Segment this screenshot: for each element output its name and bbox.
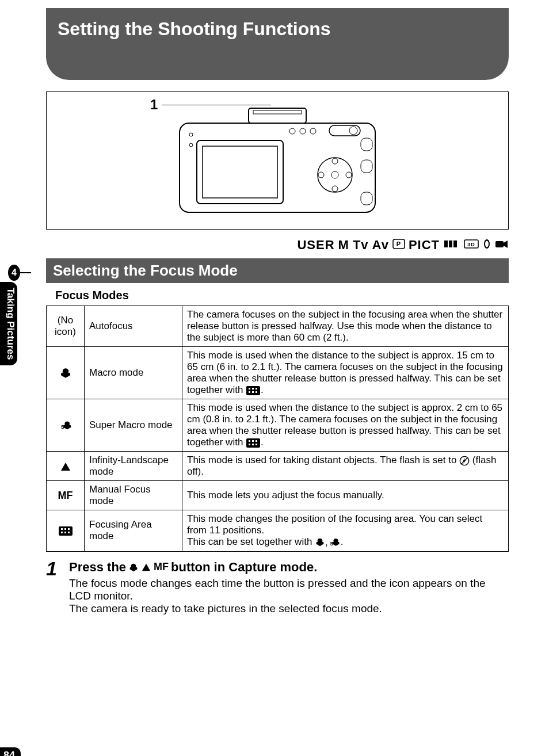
svg-rect-44 [252, 444, 254, 445]
chapter-line [20, 272, 31, 273]
mode-description: The camera focuses on the subject in the… [182, 306, 509, 347]
svg-rect-32 [249, 388, 250, 390]
flash-off-icon [459, 456, 470, 466]
applicable-modes-row: USER M Tv Av P PICT 3D [46, 234, 509, 258]
svg-rect-43 [249, 444, 250, 445]
table-row: Macro modeThis mode is used when the dis… [47, 347, 509, 399]
focusing-area-icon [47, 510, 85, 552]
mode-name: Focusing Area mode [85, 510, 182, 552]
page-title-bar: Setting the Shooting Functions [46, 8, 509, 80]
camera-diagram: 1 [46, 91, 509, 230]
svg-rect-52 [61, 532, 63, 533]
mode-name: Autofocus [85, 306, 182, 347]
mode-name: Macro mode [85, 347, 182, 399]
page-title: Setting the Shooting Functions [58, 18, 331, 39]
mode-name: Manual Focus mode [85, 481, 182, 510]
mode-description: This mode is used when the distance to t… [182, 399, 509, 452]
svg-rect-42 [256, 440, 257, 442]
mode-pict-label: PICT [409, 238, 440, 253]
svg-rect-37 [256, 391, 257, 393]
table-row: Infinity-Landscape modeThis mode is used… [47, 452, 509, 481]
diagram-leader-line [162, 105, 271, 105]
step-title-pre: Press the [69, 560, 126, 575]
table-row: Focusing Area modeThis mode changes the … [47, 510, 509, 552]
mode-p-icon: P [392, 238, 405, 253]
svg-rect-23 [444, 240, 448, 247]
focusing-area-icon [246, 438, 261, 448]
instruction-step: 1 Press the MF button in Capture mode. T… [46, 558, 509, 615]
svg-rect-35 [249, 391, 250, 393]
table-row: (No icon)AutofocusThe camera focuses on … [47, 306, 509, 347]
mode-description: This mode is used when the distance to t… [182, 347, 509, 399]
infinity-icon [141, 563, 151, 572]
mode-description: This mode lets you adjust the focus manu… [182, 481, 509, 510]
svg-rect-50 [64, 528, 66, 530]
page-number: 84 [0, 747, 21, 756]
svg-rect-40 [249, 440, 250, 442]
focus-modes-table: (No icon)AutofocusThe camera focuses on … [46, 306, 509, 552]
step-title-post: button in Capture mode. [171, 560, 317, 575]
svg-rect-34 [256, 388, 257, 390]
section-header: Selecting the Focus Mode [46, 258, 509, 283]
diagram-callout-label: 1 [150, 97, 158, 113]
svg-rect-31 [246, 386, 260, 395]
chapter-number: 4 [8, 265, 20, 281]
svg-rect-30 [495, 241, 504, 247]
mode-name: Super Macro mode [85, 399, 182, 452]
step-title: Press the MF button in Capture mode. [69, 560, 509, 575]
camera-illustration-icon [162, 100, 392, 221]
svg-rect-48 [59, 526, 73, 536]
section-tab: Taking Pictures [0, 282, 17, 365]
svg-rect-33 [252, 388, 254, 390]
svg-rect-53 [64, 532, 66, 533]
mode-description: This mode changes the position of the fo… [182, 510, 509, 552]
table-row: MFManual Focus modeThis mode lets you ad… [47, 481, 509, 510]
svg-rect-39 [246, 438, 260, 448]
infinity-icon [47, 452, 85, 481]
macro-pair-icons: , S [315, 537, 341, 548]
mode-user-label: USER [297, 238, 334, 253]
svg-rect-24 [449, 240, 452, 247]
svg-rect-41 [252, 440, 254, 442]
svg-rect-36 [252, 391, 254, 393]
svg-rect-25 [453, 240, 457, 247]
step-number: 1 [46, 558, 69, 580]
sidebar: 4 Taking Pictures [0, 265, 31, 365]
mode-name: Infinity-Landscape mode [85, 452, 182, 481]
super-macro-icon: S [47, 399, 85, 452]
svg-point-29 [485, 241, 489, 247]
mf-icon: MF [47, 481, 85, 510]
mode-tv-label: Tv [353, 238, 369, 253]
mode-m-label: M [338, 238, 349, 253]
table-row: SSuper Macro modeThis mode is used when … [47, 399, 509, 452]
svg-text:3D: 3D [467, 242, 475, 247]
macro-icon [128, 562, 139, 572]
mode-av-label: Av [372, 238, 389, 253]
macro-icon [47, 347, 85, 399]
mode-movie-icon [495, 238, 509, 253]
svg-rect-51 [68, 528, 70, 530]
svg-rect-4 [203, 146, 277, 198]
focus-modes-heading: Focus Modes [55, 289, 509, 302]
focusing-area-icon [246, 385, 261, 396]
svg-rect-45 [256, 444, 257, 445]
no-icon: (No icon) [47, 306, 85, 347]
chapter-indicator: 4 [8, 265, 31, 281]
mf-label: MF [154, 561, 169, 573]
svg-rect-49 [61, 528, 63, 530]
mode-3d-icon: 3D [464, 238, 479, 253]
svg-rect-54 [68, 532, 70, 533]
mode-description: This mode is used for taking distant obj… [182, 452, 509, 481]
section-header-text: Selecting the Focus Mode [53, 262, 238, 279]
step-body-2: The camera is ready to take pictures in … [69, 602, 509, 615]
mode-filter-icon [482, 238, 491, 253]
mode-burst-icon [443, 238, 460, 253]
step-body-1: The focus mode changes each time the but… [69, 577, 509, 602]
svg-text:P: P [396, 240, 401, 247]
